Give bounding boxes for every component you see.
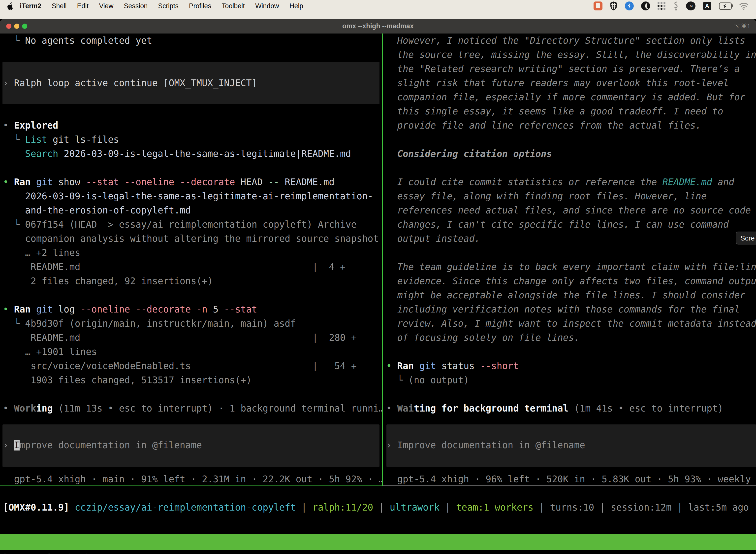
window-titlebar[interactable]: omx --xhigh --madmax ⌥⌘1	[0, 19, 756, 34]
apple-menu-icon[interactable]	[7, 2, 13, 10]
pane-border-right-bottom	[383, 486, 756, 486]
squiggle-icon[interactable]	[673, 1, 679, 10]
pane-divider[interactable]	[382, 34, 383, 486]
omx-status-line: [OMX#0.11.9] cczip/essay/ai-reimplementa…	[0, 34, 756, 554]
menu-item-shell[interactable]: Shell	[47, 2, 72, 10]
menubar-status-icons: ..61 A	[593, 1, 749, 10]
shield-icon[interactable]	[610, 1, 617, 10]
pane-border-left-bottom	[0, 486, 382, 486]
moon-icon[interactable]	[641, 1, 650, 10]
battery-nub	[732, 4, 733, 7]
screen-share-button[interactable]: Scre	[736, 232, 756, 244]
percent-badge-icon[interactable]: ..61	[686, 1, 695, 10]
tmux-status-bar: [omx-cczip0:bash* "MacBook-Pro-44.local"…	[0, 534, 756, 550]
window-shortcut-badge: ⌥⌘1	[734, 19, 751, 34]
terminal-line: [OMX#0.11.9] cczip/essay/ai-reimplementa…	[3, 500, 749, 514]
menu-item-toolbelt[interactable]: Toolbelt	[216, 2, 250, 10]
menu-item-edit[interactable]: Edit	[72, 2, 94, 10]
battery-icon[interactable]	[719, 2, 732, 10]
menu-items: iTerm2ShellEditViewSessionScriptsProfile…	[17, 2, 308, 10]
input-source-icon[interactable]: A	[703, 2, 711, 10]
menu-item-view[interactable]: View	[94, 2, 119, 10]
terminal-area[interactable]: └ No agents completed yet› Ralph loop ac…	[0, 34, 756, 554]
menu-bar: iTerm2ShellEditViewSessionScriptsProfile…	[0, 0, 756, 12]
tmux-session-label[interactable]: [omx-cczip0:bash*	[2, 550, 96, 554]
menu-item-help[interactable]: Help	[284, 2, 309, 10]
desktop-background: iTerm2ShellEditViewSessionScriptsProfile…	[0, 0, 756, 19]
menu-item-profiles[interactable]: Profiles	[184, 2, 216, 10]
wifi-icon[interactable]	[739, 2, 749, 10]
screenshot-app-icon-inner	[596, 3, 600, 8]
menu-item-session[interactable]: Session	[119, 2, 153, 10]
menu-item-window[interactable]: Window	[250, 2, 284, 10]
lightning-badge-icon[interactable]	[625, 1, 634, 10]
menu-item-iterm2[interactable]: iTerm2	[17, 2, 47, 10]
menu-item-scripts[interactable]: Scripts	[153, 2, 184, 10]
dots-grid-icon[interactable]	[657, 2, 666, 10]
window-title: omx --xhigh --madmax	[0, 19, 756, 34]
screenshot-app-icon[interactable]	[593, 1, 603, 10]
iterm-window: omx --xhigh --madmax ⌥⌘1 └ No agents com…	[0, 19, 756, 554]
